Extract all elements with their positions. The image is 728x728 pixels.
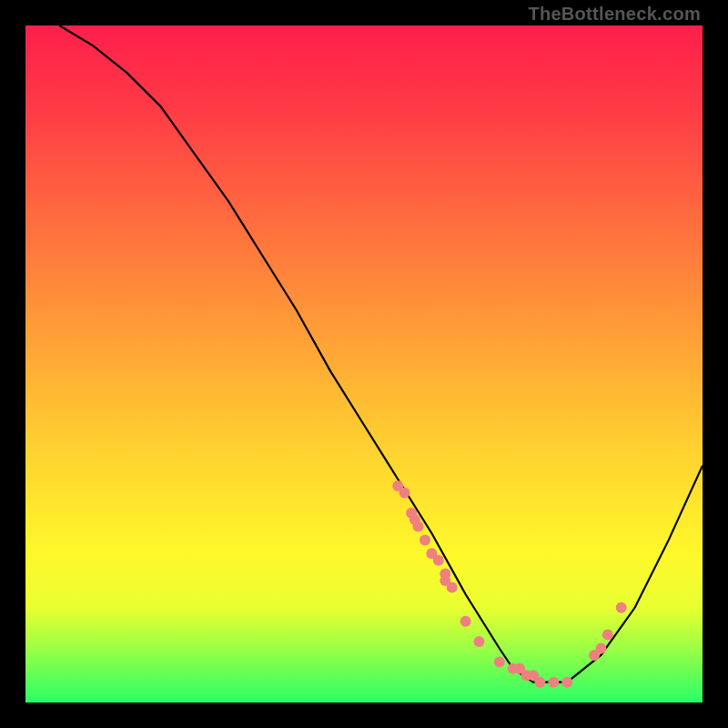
scatter-dots (392, 480, 627, 688)
bottleneck-curve (59, 25, 703, 682)
scatter-dot (420, 534, 430, 545)
scatter-dot (399, 487, 410, 498)
watermark-text: TheBottleneck.com (528, 4, 701, 25)
plot-area (25, 25, 703, 703)
chart-frame: TheBottleneck.com (0, 0, 728, 728)
scatter-dot (433, 555, 444, 566)
chart-svg (25, 25, 703, 703)
scatter-dot (616, 602, 627, 613)
scatter-dot (447, 582, 458, 593)
scatter-dot (595, 643, 606, 654)
scatter-dot (474, 636, 485, 647)
scatter-dot (602, 630, 613, 641)
scatter-dot (413, 521, 424, 532)
scatter-dot (460, 616, 471, 627)
scatter-dot (548, 677, 559, 688)
scatter-dot (534, 677, 545, 688)
scatter-dot (561, 677, 572, 688)
scatter-dot (494, 656, 505, 667)
